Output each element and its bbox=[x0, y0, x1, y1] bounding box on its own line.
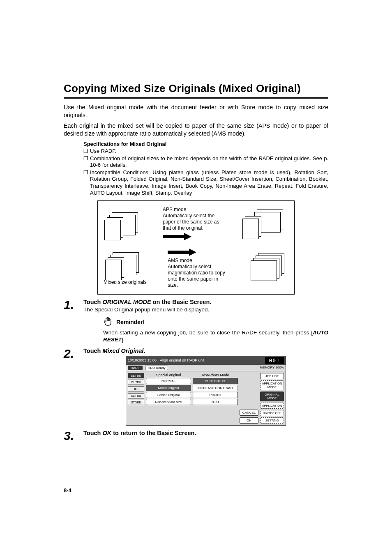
step-1-title-b: ORIGINAL MODE bbox=[102, 299, 151, 305]
ui-memory-text: MEMORY 100% bbox=[260, 366, 284, 370]
page-title: Copying Mixed Size Originals (Mixed Orig… bbox=[64, 82, 328, 99]
ui-special-original-title: Special original bbox=[146, 373, 191, 377]
step-2-body: Touch Mixed Original. 10/10/2003 15:06 A… bbox=[83, 348, 328, 426]
ui-photo-button[interactable]: PHOTO bbox=[193, 392, 238, 398]
reminder-head: Reminder! bbox=[103, 316, 328, 328]
bullet-1: ❐ Use RADF. bbox=[83, 148, 328, 155]
diagram-row-ams: Mixed size originals AMS mode Automatica… bbox=[104, 247, 288, 288]
bullet-3-text: Incompatible Conditions: Using platen gl… bbox=[90, 169, 328, 197]
aps-mode-label: APS mode bbox=[163, 207, 186, 213]
step-1-title-c: on the Basic Screen. bbox=[151, 299, 212, 305]
heading-rule bbox=[64, 97, 328, 99]
ui-originalmode-button[interactable]: ORIGINAL MODE bbox=[260, 391, 284, 401]
ui-nonstandard-button[interactable]: Non-standard size bbox=[146, 399, 191, 405]
step-2-title-a: Touch bbox=[83, 348, 102, 354]
reminder-text-a: When starting a new copying job, be sure… bbox=[103, 329, 313, 336]
bullet-marker-icon: ❐ bbox=[83, 155, 90, 169]
bullet-2: ❐ Combination of original sizes to be mi… bbox=[83, 155, 328, 169]
mixed-originals-top-icon bbox=[104, 211, 145, 238]
ui-outpu-tab[interactable]: OUTPU bbox=[128, 380, 144, 385]
ui-panel: 10/10/2003 15:06 Align original on RADF … bbox=[126, 356, 286, 426]
ui-folded-original-button[interactable]: Folded Original bbox=[146, 392, 191, 398]
step-2-title-c: . bbox=[143, 348, 145, 354]
specifications-heading: Specifications for Mixed Original bbox=[83, 141, 328, 147]
diagram-row-aps: APS mode Automatically select the paper … bbox=[104, 207, 288, 242]
step-2-title: Touch Mixed Original. bbox=[83, 348, 328, 354]
ui-increase-contrast-button[interactable]: INCREASE CONTRAST bbox=[193, 385, 238, 391]
step-2: 2. Touch Mixed Original. 10/10/2003 15:0… bbox=[64, 348, 328, 426]
ui-joblist-button[interactable]: JOB LIST bbox=[260, 373, 284, 379]
aps-mode-text: Automatically select the paper of the sa… bbox=[163, 213, 224, 231]
bullet-marker-icon: ❐ bbox=[83, 148, 90, 155]
ui-titlebar: 10/10/2003 15:06 Align original on RADF … bbox=[126, 356, 286, 365]
ui-cancel-button[interactable]: CANCEL bbox=[240, 410, 258, 416]
step-3-title-b: OK bbox=[102, 430, 111, 436]
ui-rotationoff-button[interactable]: Rotation OFF bbox=[260, 410, 284, 416]
specifications-block: Specifications for Mixed Original ❐ Use … bbox=[83, 141, 328, 196]
step-3-body: Touch OK to return to the Basic Screen. bbox=[83, 430, 328, 437]
aps-output-icon bbox=[242, 210, 288, 239]
ui-phototext-button[interactable]: PHOTO/TEXT bbox=[193, 378, 238, 384]
bullet-marker-icon: ❐ bbox=[83, 169, 90, 197]
ams-mode-label: AMS mode bbox=[168, 258, 192, 264]
ui-special-original-col: Special original NORMAL Mixed Original F… bbox=[146, 373, 191, 424]
intro-para-2: Each original in the mixed set will be c… bbox=[64, 122, 328, 137]
ui-screenshot-illustration: 10/10/2003 15:06 Align original on RADF … bbox=[83, 356, 328, 426]
reminder-block: Reminder! When starting a new copying jo… bbox=[103, 316, 328, 343]
ams-output-icon bbox=[251, 253, 288, 283]
ui-ok-button[interactable]: OK bbox=[240, 417, 258, 424]
ui-hdd-pill: HDD Ready bbox=[145, 366, 168, 370]
ui-mixed-original-button[interactable]: Mixed Original bbox=[146, 385, 191, 391]
ui-body: SETTIN OUTPU ▦▯ SETTIN STORE Special ori… bbox=[126, 371, 286, 425]
reminder-text: When starting a new copying job, be sure… bbox=[103, 329, 328, 343]
step-2-title-b: Mixed Original bbox=[102, 348, 143, 354]
ui-normal-button[interactable]: NORMAL bbox=[146, 378, 191, 384]
ui-applicationmode-button[interactable]: APPLICATION MODE bbox=[260, 380, 284, 390]
bullet-1-text: Use RADF. bbox=[90, 148, 328, 155]
ui-radf-pill: RADF bbox=[128, 366, 143, 370]
heading: Copying Mixed Size Originals (Mixed Orig… bbox=[64, 82, 328, 95]
arrow-right-icon bbox=[168, 249, 196, 256]
svg-marker-1 bbox=[168, 249, 196, 256]
step-3-title: Touch OK to return to the Basic Screen. bbox=[83, 430, 328, 436]
ui-datetime: 10/10/2003 15:06 bbox=[128, 358, 157, 362]
ui-counter: 001 bbox=[265, 357, 284, 364]
mixed-originals-label: Mixed size originals bbox=[104, 279, 147, 285]
ui-left-col: SETTIN OUTPU ▦▯ SETTIN STORE bbox=[128, 373, 144, 424]
ui-textphoto-col: Text/Photo Mode PHOTO/TEXT INCREASE CONT… bbox=[193, 373, 238, 424]
ui-right-col: JOB LIST APPLICATION MODE ORIGINAL MODE … bbox=[260, 373, 284, 424]
ui-settin-tab[interactable]: SETTIN bbox=[128, 373, 144, 378]
bullet-3: ❐ Incompatible Conditions: Using platen … bbox=[83, 169, 328, 197]
step-1-title-a: Touch bbox=[83, 299, 102, 305]
ams-mode-text: Automatically select magnification ratio… bbox=[168, 264, 229, 288]
reminder-label: Reminder! bbox=[116, 319, 145, 325]
diagram-box: APS mode Automatically select the paper … bbox=[97, 200, 295, 295]
ui-setting-button[interactable]: SETTING bbox=[260, 417, 284, 424]
ui-subbar: RADF HDD Ready MEMORY 100% bbox=[126, 365, 286, 371]
ui-text-button[interactable]: TEXT bbox=[193, 399, 238, 405]
step-2-number: 2. bbox=[64, 348, 83, 360]
aps-text-block: APS mode Automatically select the paper … bbox=[163, 207, 224, 242]
ui-textphoto-title: Text/Photo Mode bbox=[193, 373, 238, 377]
step-3-title-a: Touch bbox=[83, 430, 102, 436]
step-3-title-c: to return to the Basic Screen. bbox=[111, 430, 196, 436]
reminder-hand-icon bbox=[103, 316, 114, 328]
ui-application-button[interactable]: APPLICATION bbox=[260, 403, 284, 409]
ui-status-text: Align original on RADF unit bbox=[160, 358, 204, 362]
step-1-text: The Special Original popup menu will be … bbox=[83, 306, 328, 313]
mixed-originals-bottom-icon bbox=[104, 251, 145, 278]
step-3-number: 3. bbox=[64, 430, 83, 442]
step-1-title: Touch ORIGINAL MODE on the Basic Screen. bbox=[83, 299, 328, 305]
bullet-2-text: Combination of original sizes to be mixe… bbox=[90, 155, 328, 169]
ui-store-tab[interactable]: STORE bbox=[128, 400, 144, 405]
ams-text-block: AMS mode Automatically select magnificat… bbox=[168, 247, 229, 288]
reminder-text-c: ]. bbox=[122, 336, 125, 343]
ui-center: Special original NORMAL Mixed Original F… bbox=[146, 373, 258, 424]
ui-icon-box: ▦▯ bbox=[128, 386, 144, 392]
step-1-body: Touch ORIGINAL MODE on the Basic Screen.… bbox=[83, 299, 328, 313]
ui-settin2-tab[interactable]: SETTIN bbox=[128, 393, 144, 398]
step-3: 3. Touch OK to return to the Basic Scree… bbox=[64, 430, 328, 442]
arrow-right-icon bbox=[163, 233, 191, 240]
svg-marker-0 bbox=[163, 233, 191, 240]
intro-para-1: Use the Mixed original mode with the doc… bbox=[64, 104, 328, 119]
